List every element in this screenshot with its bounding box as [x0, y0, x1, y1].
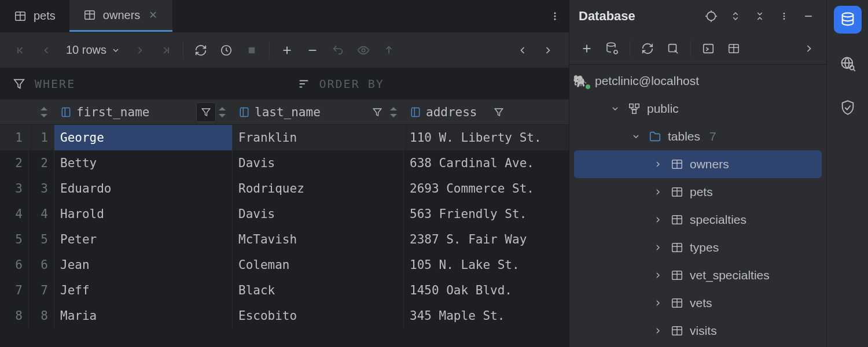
- chevron-right-icon[interactable]: [652, 243, 664, 252]
- where-filter[interactable]: WHERE: [0, 77, 285, 91]
- cell-last-name[interactable]: Black: [233, 278, 404, 303]
- refresh-button[interactable]: [637, 38, 658, 59]
- table-icon: [670, 297, 684, 309]
- chevron-down-icon[interactable]: [609, 104, 621, 113]
- rail-web-button[interactable]: [834, 50, 862, 77]
- more-button[interactable]: [775, 8, 793, 25]
- collapse-button[interactable]: [751, 8, 768, 25]
- tree-table-visits[interactable]: visits: [569, 317, 826, 345]
- table-row[interactable]: 2 2 Betty Davis 638 Cardinal Ave.: [0, 150, 569, 176]
- cell-last-name[interactable]: Davis: [233, 150, 404, 176]
- cell-address[interactable]: 345 Maple St.: [404, 303, 569, 328]
- cell-first-name[interactable]: Harold: [54, 201, 233, 227]
- cell-address[interactable]: 2693 Commerce St.: [404, 176, 569, 201]
- next-page-button[interactable]: [130, 40, 150, 61]
- chevron-right-icon[interactable]: [652, 326, 664, 335]
- cell-first-name[interactable]: Maria: [54, 303, 233, 328]
- sort-arrows-icon[interactable]: [389, 107, 398, 117]
- tab-owners[interactable]: owners ✕: [69, 0, 172, 32]
- row-number-header[interactable]: [0, 99, 29, 124]
- cell-address[interactable]: 563 Friendly St.: [404, 201, 569, 227]
- submit-button[interactable]: [378, 40, 399, 61]
- table-row[interactable]: 3 3 Eduardo Rodriquez 2693 Commerce St.: [0, 176, 569, 201]
- expand-button[interactable]: [727, 8, 744, 25]
- cell-first-name[interactable]: Jeff: [54, 278, 233, 303]
- cell-first-name[interactable]: Jean: [54, 252, 233, 278]
- column-header-address[interactable]: address: [404, 99, 569, 124]
- expand-left-button[interactable]: [512, 40, 533, 61]
- tree-table-specialties[interactable]: specialties: [569, 206, 826, 234]
- tree-table-pets[interactable]: pets: [569, 178, 826, 206]
- order-filter[interactable]: ORDER BY: [285, 77, 569, 91]
- separator: [630, 41, 630, 56]
- globe-search-icon: [840, 56, 856, 72]
- tree-datasource[interactable]: 🐘 petclinic@localhost: [569, 67, 826, 95]
- delete-row-button[interactable]: [302, 40, 323, 61]
- sort-arrows-icon[interactable]: [218, 107, 226, 117]
- revert-button[interactable]: [328, 40, 348, 61]
- column-filter-button[interactable]: [196, 102, 216, 122]
- first-page-button[interactable]: [10, 40, 31, 61]
- tab-pets[interactable]: pets: [0, 0, 69, 32]
- row-id-header[interactable]: [29, 99, 54, 124]
- cell-first-name[interactable]: Eduardo: [54, 176, 233, 201]
- column-header-first-name[interactable]: first_name: [54, 99, 233, 124]
- query-console-button[interactable]: [698, 38, 719, 59]
- tree-table-vet_specialties[interactable]: vet_specialties: [569, 261, 826, 289]
- column-header-last-name[interactable]: last_name: [233, 99, 404, 124]
- cell-address[interactable]: 638 Cardinal Ave.: [404, 150, 569, 176]
- chevron-right-icon[interactable]: [652, 187, 664, 197]
- stop-button[interactable]: [241, 40, 262, 61]
- table-view-button[interactable]: [723, 38, 744, 59]
- cell-first-name[interactable]: Peter: [54, 227, 233, 252]
- chevron-right-icon[interactable]: [652, 271, 664, 280]
- cell-last-name[interactable]: McTavish: [233, 227, 404, 252]
- cell-last-name[interactable]: Escobito: [233, 303, 404, 328]
- cell-first-name[interactable]: George: [54, 125, 233, 150]
- cell-last-name[interactable]: Rodriquez: [233, 176, 404, 201]
- table-row[interactable]: 4 4 Harold Davis 563 Friendly St.: [0, 201, 569, 227]
- new-button[interactable]: [576, 38, 597, 59]
- cell-last-name[interactable]: Franklin: [233, 125, 404, 150]
- cell-address[interactable]: 105 N. Lake St.: [404, 252, 569, 278]
- column-filter-button[interactable]: [489, 102, 509, 122]
- tree-table-vets[interactable]: vets: [569, 289, 826, 317]
- table-row[interactable]: 7 7 Jeff Black 1450 Oak Blvd.: [0, 278, 569, 303]
- table-row[interactable]: 5 5 Peter McTavish 2387 S. Fair Way: [0, 227, 569, 252]
- table-row[interactable]: 8 8 Maria Escobito 345 Maple St.: [0, 303, 569, 328]
- chevron-down-icon[interactable]: [630, 132, 642, 141]
- chevron-right-icon[interactable]: [652, 298, 664, 308]
- prev-page-button[interactable]: [36, 40, 57, 61]
- preview-changes-button[interactable]: [353, 40, 374, 61]
- stop-button[interactable]: [663, 38, 683, 59]
- last-page-button[interactable]: [155, 40, 176, 61]
- rows-selector[interactable]: 10 rows: [61, 43, 125, 57]
- rail-database-button[interactable]: [834, 6, 862, 34]
- tree-table-types[interactable]: types: [569, 234, 826, 261]
- reload-button[interactable]: [190, 40, 211, 61]
- cell-address[interactable]: 1450 Oak Blvd.: [404, 278, 569, 303]
- expand-right-button[interactable]: [799, 38, 819, 59]
- rail-security-button[interactable]: [834, 94, 862, 121]
- hide-button[interactable]: [800, 8, 817, 25]
- add-row-button[interactable]: [277, 40, 297, 61]
- chevron-right-icon[interactable]: [652, 160, 664, 169]
- auto-refresh-button[interactable]: [216, 40, 237, 61]
- tree-tables-group[interactable]: tables 7: [569, 123, 826, 150]
- cell-last-name[interactable]: Davis: [233, 201, 404, 227]
- cell-address[interactable]: 110 W. Liberty St.: [404, 125, 569, 150]
- cell-first-name[interactable]: Betty: [54, 150, 233, 176]
- tree-schema[interactable]: public: [569, 95, 826, 123]
- table-row[interactable]: 6 6 Jean Coleman 105 N. Lake St.: [0, 252, 569, 278]
- cell-address[interactable]: 2387 S. Fair Way: [404, 227, 569, 252]
- chevron-right-icon[interactable]: [652, 215, 664, 224]
- table-row[interactable]: 1 1 George Franklin 110 W. Liberty St.: [0, 125, 569, 150]
- cell-last-name[interactable]: Coleman: [233, 252, 404, 278]
- datasource-properties-button[interactable]: [602, 38, 623, 59]
- expand-right-button[interactable]: [538, 40, 558, 61]
- tree-table-owners[interactable]: owners: [574, 150, 822, 178]
- column-filter-button[interactable]: [367, 102, 387, 122]
- tabs-more-button[interactable]: [541, 11, 569, 21]
- close-icon[interactable]: ✕: [147, 9, 159, 21]
- target-button[interactable]: [703, 8, 720, 25]
